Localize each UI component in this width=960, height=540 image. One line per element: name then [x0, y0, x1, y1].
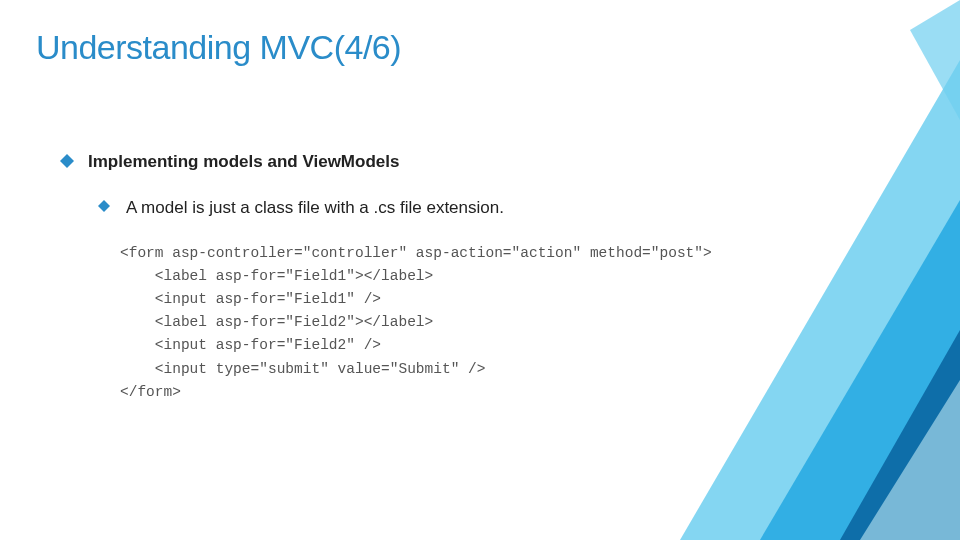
svg-marker-1: [98, 200, 110, 212]
slide: Understanding MVC(4/6) Implementing mode…: [0, 0, 960, 540]
svg-marker-5: [910, 0, 960, 120]
slide-title: Understanding MVC(4/6): [36, 28, 401, 67]
svg-marker-0: [60, 154, 74, 168]
bullet-main-text: Implementing models and ViewModels: [88, 150, 399, 174]
decoration-triangles: [640, 0, 960, 540]
diamond-bullet-icon: [60, 154, 74, 168]
diamond-bullet-icon: [98, 200, 112, 214]
bullet-sub-text: A model is just a class file with a .cs …: [126, 196, 504, 220]
